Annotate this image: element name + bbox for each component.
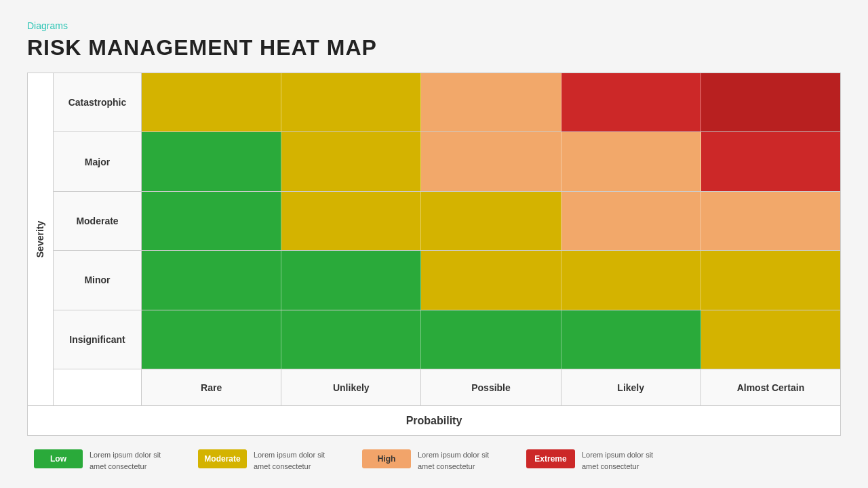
cell-insignificant-rare (142, 310, 281, 369)
col-label-spacer (54, 369, 142, 405)
col-label-possible: Possible (421, 369, 561, 405)
severity-label: Severity (35, 221, 46, 258)
col-label-likely: Likely (561, 369, 701, 405)
row-labels-col: Catastrophic Major Moderate Minor Insign… (54, 73, 142, 369)
grid-body: Catastrophic Major Moderate Minor Insign… (54, 73, 840, 369)
table-row (142, 310, 840, 369)
cell-moderate-likely (561, 192, 701, 250)
cell-minor-possible (421, 251, 561, 309)
row-label-minor: Minor (54, 251, 141, 310)
cell-catastrophic-likely (561, 73, 701, 131)
table-row (142, 132, 840, 191)
matrix-area: Severity Catastrophic Major Moderate Min… (28, 73, 840, 405)
legend-item-high: High Lorem ipsum dolor sit amet consecte… (362, 449, 506, 472)
col-labels-row: Rare Unlikely Possible Likely Almost Cer… (54, 369, 840, 405)
legend-item-low: Low Lorem ipsum dolor sit amet consectet… (34, 449, 178, 472)
cell-minor-rare (142, 251, 281, 309)
legend-text-moderate: Lorem ipsum dolor sit amet consectetur (254, 449, 342, 472)
cell-major-likely (561, 132, 701, 190)
cell-major-rare (142, 132, 281, 190)
probability-label-row: Probability (28, 405, 840, 435)
cell-insignificant-almost-certain (701, 310, 840, 369)
cell-moderate-possible (421, 192, 561, 250)
cell-minor-likely (561, 251, 701, 309)
legend-item-moderate: Moderate Lorem ipsum dolor sit amet cons… (198, 449, 342, 472)
probability-label: Probability (406, 415, 462, 427)
legend-text-low: Lorem ipsum dolor sit amet consectetur (90, 449, 178, 472)
chart-container: Severity Catastrophic Major Moderate Min… (27, 73, 841, 436)
legend-badge-extreme: Extreme (526, 449, 575, 468)
cell-major-unlikely (281, 132, 421, 190)
cell-major-almost-certain (701, 132, 840, 190)
row-label-major: Major (54, 132, 141, 191)
col-label-unlikely: Unlikely (281, 369, 421, 405)
cell-insignificant-likely (561, 310, 701, 369)
row-label-insignificant: Insignificant (54, 310, 141, 369)
legend-badge-high: High (362, 449, 411, 468)
cell-moderate-unlikely (281, 192, 421, 250)
cell-catastrophic-almost-certain (701, 73, 840, 131)
col-labels: Rare Unlikely Possible Likely Almost Cer… (142, 369, 840, 405)
legend-item-extreme: Extreme Lorem ipsum dolor sit amet conse… (526, 449, 670, 472)
legend-badge-moderate: Moderate (198, 449, 247, 468)
table-row (142, 192, 840, 251)
cell-catastrophic-unlikely (281, 73, 421, 131)
row-label-catastrophic: Catastrophic (54, 73, 141, 132)
cell-major-possible (421, 132, 561, 190)
legend-text-extreme: Lorem ipsum dolor sit amet consectetur (582, 449, 670, 472)
cell-insignificant-unlikely (281, 310, 421, 369)
legend-badge-low: Low (34, 449, 83, 468)
cell-moderate-rare (142, 192, 281, 250)
data-grid (142, 73, 840, 369)
cell-minor-unlikely (281, 251, 421, 309)
table-row (142, 73, 840, 132)
severity-label-col: Severity (28, 73, 54, 405)
legend-area: Low Lorem ipsum dolor sit amet consectet… (27, 445, 841, 474)
grid-section: Catastrophic Major Moderate Minor Insign… (54, 73, 840, 405)
table-row (142, 251, 840, 310)
cell-moderate-almost-certain (701, 192, 840, 250)
col-label-almost-certain: Almost Certain (701, 369, 840, 405)
col-label-rare: Rare (142, 369, 281, 405)
page-category-label: Diagrams (27, 20, 841, 31)
cell-catastrophic-rare (142, 73, 281, 131)
cell-minor-almost-certain (701, 251, 840, 309)
cell-insignificant-possible (421, 310, 561, 369)
legend-text-high: Lorem ipsum dolor sit amet consectetur (418, 449, 506, 472)
row-label-moderate: Moderate (54, 192, 141, 251)
page-title: RISK MANAGEMENT HEAT MAP (27, 35, 841, 60)
cell-catastrophic-possible (421, 73, 561, 131)
